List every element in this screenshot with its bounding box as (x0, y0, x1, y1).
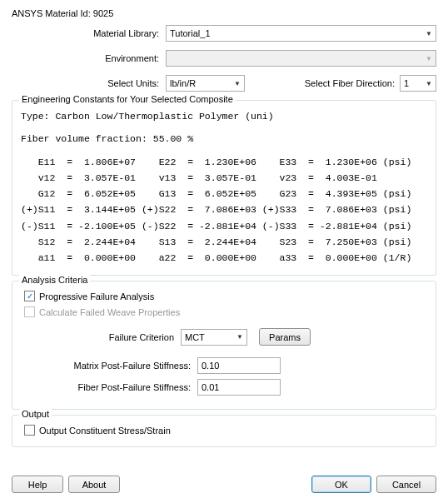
material-library-select[interactable]: Tutorial_1 ▼ (166, 25, 436, 42)
select-fiber-dir-value: 1 (404, 78, 409, 88)
ocss-checkbox-label: Output Constituent Stress/Strain (39, 426, 171, 436)
constants-row: G12 = 6.052E+05 G13 = 6.052E+05 G23 = 4.… (21, 187, 427, 201)
checkbox-icon (24, 425, 35, 436)
matrix-pf-label: Matrix Post-Failure Stiffness: (21, 361, 197, 371)
matrix-pf-input[interactable] (197, 357, 281, 374)
params-button[interactable]: Params (259, 328, 311, 346)
type-line: Type: Carbon Low/Thermoplastic Polymer (… (21, 109, 427, 123)
dialog-window: ANSYS Material Id: 9025 Material Library… (0, 0, 448, 503)
dialog-button-bar: Help About OK Cancel (12, 476, 436, 493)
cancel-button[interactable]: Cancel (376, 476, 436, 493)
constants-row: v12 = 3.057E-01 v13 = 3.057E-01 v23 = 4.… (21, 171, 427, 185)
cfwp-checkbox-label: Calculate Failed Weave Properties (39, 307, 180, 317)
failure-criterion-value: MCT (185, 332, 205, 342)
material-id-label: ANSYS Material Id: 9025 (12, 8, 436, 18)
chevron-down-icon: ▼ (426, 80, 432, 87)
select-units-label: Select Units: (12, 78, 166, 88)
ok-button[interactable]: OK (311, 476, 371, 493)
pfa-checkbox-label: Progressive Failure Analysis (39, 291, 154, 301)
engineering-constants-legend: Engineering Constants for Your Selected … (19, 94, 236, 104)
analysis-criteria-legend: Analysis Criteria (19, 275, 90, 285)
output-legend: Output (19, 409, 52, 419)
chevron-down-icon: ▼ (236, 333, 243, 341)
material-library-label: Material Library: (12, 28, 166, 38)
constants-row: a11 = 0.000E+00 a22 = 0.000E+00 a33 = 0.… (21, 251, 427, 265)
environment-select: ▼ (166, 50, 436, 67)
environment-label: Environment: (12, 53, 166, 63)
pfa-checkbox[interactable]: ✓ Progressive Failure Analysis (24, 291, 154, 301)
analysis-criteria-group: Analysis Criteria ✓ Progressive Failure … (12, 281, 436, 410)
chevron-down-icon: ▼ (426, 30, 432, 37)
failure-criterion-select[interactable]: MCT ▼ (181, 329, 247, 346)
checkbox-icon (24, 306, 35, 317)
constants-row: (-)S11 = -2.100E+05 (-)S22 = -2.881E+04 … (21, 219, 427, 233)
select-units-select[interactable]: lb/in/R ▼ (166, 75, 245, 92)
cfwp-checkbox: Calculate Failed Weave Properties (24, 306, 180, 317)
fiber-pf-input[interactable] (197, 379, 281, 396)
select-fiber-dir-select[interactable]: 1 ▼ (400, 75, 436, 92)
constants-row: S12 = 2.244E+04 S13 = 2.244E+04 S23 = 7.… (21, 235, 427, 249)
select-units-value: lb/in/R (170, 78, 196, 88)
help-button[interactable]: Help (12, 476, 63, 493)
output-group: Output Output Constituent Stress/Strain (12, 415, 436, 447)
about-button[interactable]: About (68, 476, 120, 493)
ocss-checkbox[interactable]: Output Constituent Stress/Strain (24, 425, 171, 436)
checkbox-icon: ✓ (24, 291, 35, 301)
fiber-pf-label: Fiber Post-Failure Stiffness: (21, 382, 197, 392)
engineering-constants-group: Engineering Constants for Your Selected … (12, 100, 436, 276)
fvf-line: Fiber volume fraction: 55.00 % (21, 132, 427, 146)
select-fiber-dir-label: Select Fiber Direction: (305, 78, 400, 88)
chevron-down-icon: ▼ (426, 55, 432, 62)
failure-criterion-label: Failure Criterion (21, 332, 181, 342)
chevron-down-icon: ▼ (234, 80, 241, 87)
constants-row: (+)S11 = 3.144E+05 (+)S22 = 7.086E+03 (+… (21, 202, 427, 217)
constants-row: E11 = 1.806E+07 E22 = 1.230E+06 E33 = 1.… (21, 155, 427, 169)
material-library-value: Tutorial_1 (170, 28, 211, 38)
